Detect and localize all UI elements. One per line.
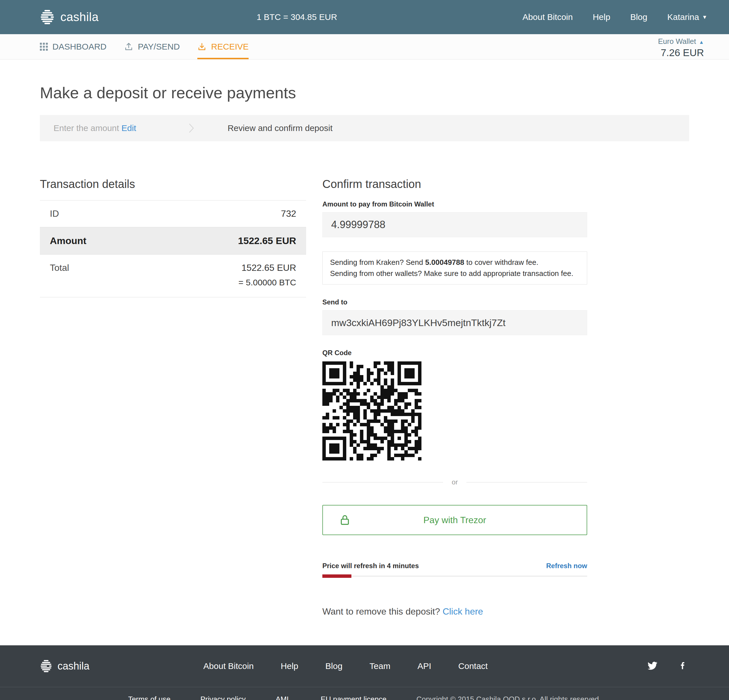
main-nav: DASHBOARD PAY/SEND RECEIVE Euro Wallet▲ … (0, 34, 729, 60)
transaction-details-title: Transaction details (40, 178, 306, 190)
bitcoin-address: mw3cxkiAH69Pj83YLKHv5mejtnTktkj7Zt (331, 317, 505, 328)
send-to-label: Send to (322, 298, 587, 306)
remove-deposit-row: Want to remove this deposit? Click here (322, 606, 587, 617)
transaction-details-table: ID 732 Amount 1522.65 EUR Total 1522.65 … (40, 200, 306, 297)
footer-nav-help[interactable]: Help (281, 661, 298, 671)
refresh-now-link[interactable]: Refresh now (546, 562, 587, 570)
progress-fill (322, 574, 351, 578)
nav-about-bitcoin[interactable]: About Bitcoin (523, 12, 573, 22)
footer-brand-logo[interactable]: cashila (40, 659, 89, 672)
user-menu[interactable]: Katarina ▾ (667, 12, 706, 22)
remove-deposit-text: Want to remove this deposit? (322, 606, 440, 617)
download-icon (197, 42, 206, 51)
footer-nav-api[interactable]: API (417, 661, 431, 671)
table-row-id: ID 732 (40, 200, 306, 227)
footer-nav-about-bitcoin[interactable]: About Bitcoin (203, 661, 254, 671)
cashila-logo-icon (40, 9, 55, 25)
cashila-logo-icon (40, 659, 52, 672)
facebook-icon[interactable] (678, 661, 688, 671)
tab-dashboard[interactable]: DASHBOARD (40, 34, 106, 59)
tab-pay-send[interactable]: PAY/SEND (124, 34, 180, 59)
tab-dashboard-label: DASHBOARD (52, 42, 106, 52)
caret-down-icon: ▾ (703, 13, 706, 21)
or-divider: or (322, 478, 587, 486)
edit-step-link[interactable]: Edit (122, 123, 137, 133)
tab-pay-send-label: PAY/SEND (138, 42, 180, 52)
footer-nav: About Bitcoin Help Blog Team API Contact (203, 661, 488, 671)
qr-code (322, 362, 421, 460)
footer-brand-name: cashila (58, 660, 89, 672)
footer-nav-contact[interactable]: Contact (458, 661, 488, 671)
tab-receive[interactable]: RECEIVE (197, 34, 248, 59)
chevron-right-icon (189, 123, 194, 133)
triangle-up-icon: ▲ (699, 39, 704, 45)
user-name: Katarina (667, 12, 699, 22)
amount-value: 4.99999788 (331, 219, 385, 231)
top-nav: About Bitcoin Help Blog Katarina ▾ (523, 12, 706, 22)
refresh-row: Price will refresh in 4 minutes Refresh … (322, 562, 587, 570)
grid-icon (40, 43, 48, 51)
twitter-icon[interactable] (647, 661, 658, 672)
step1-label: Enter the amount (54, 123, 119, 133)
progress-track (322, 576, 587, 577)
brand-logo[interactable]: cashila (40, 9, 99, 25)
step-review-confirm: Review and confirm deposit (228, 123, 333, 133)
wallet-summary[interactable]: Euro Wallet▲ 7.26 EUR (658, 34, 704, 59)
footer-nav-team[interactable]: Team (370, 661, 391, 671)
address-field[interactable]: mw3cxkiAH69Pj83YLKHv5mejtnTktkj7Zt (322, 310, 587, 335)
nav-blog[interactable]: Blog (630, 12, 647, 22)
upload-icon (124, 42, 133, 51)
nav-tabs: DASHBOARD PAY/SEND RECEIVE (40, 34, 266, 59)
amount-field[interactable]: 4.99999788 (322, 212, 587, 237)
transaction-details-panel: Transaction details ID 732 Amount 1522.6… (40, 178, 306, 645)
btc-rate: 1 BTC = 304.85 EUR (257, 12, 337, 22)
wallet-balance: 7.26 EUR (658, 47, 704, 58)
confirm-transaction-title: Confirm transaction (322, 178, 587, 190)
legal-privacy-link[interactable]: Privacy policy (200, 695, 246, 700)
footer-legal: Terms of use Privacy policy AML EU payme… (0, 687, 729, 700)
remove-deposit-link[interactable]: Click here (443, 606, 483, 617)
qr-code-label: QR Code (322, 349, 587, 357)
nav-help[interactable]: Help (592, 12, 610, 22)
main-content: Make a deposit or receive payments Enter… (0, 83, 729, 645)
top-header: cashila 1 BTC = 304.85 EUR About Bitcoin… (0, 0, 729, 34)
page-footer: cashila About Bitcoin Help Blog Team API… (0, 645, 729, 700)
legal-terms-link[interactable]: Terms of use (128, 695, 171, 700)
refresh-progress-bar (322, 574, 587, 578)
legal-eu-licence-link[interactable]: EU payment licence (321, 695, 386, 700)
copyright-text: Copyright © 2015 Cashila OOD s.r.o. All … (416, 695, 601, 700)
legal-aml-link[interactable]: AML (276, 695, 291, 700)
refresh-countdown-text: Price will refresh in 4 minutes (322, 562, 419, 570)
stepper: Enter the amount Edit Review and confirm… (40, 115, 689, 141)
fee-notice-line1: Sending from Kraken? Send 5.00049788 to … (330, 257, 579, 268)
trezor-button-label: Pay with Trezor (423, 515, 486, 526)
pay-with-trezor-button[interactable]: Pay with Trezor (322, 505, 587, 535)
table-row-amount: Amount 1522.65 EUR (40, 227, 306, 255)
fee-notice: Sending from Kraken? Send 5.00049788 to … (322, 251, 587, 285)
page-title: Make a deposit or receive payments (40, 83, 689, 102)
step-enter-amount: Enter the amount Edit (54, 123, 136, 133)
table-row-total: Total 1522.65 EUR = 5.00000 BTC (40, 255, 306, 297)
amount-to-pay-label: Amount to pay from Bitcoin Wallet (322, 200, 587, 208)
confirm-transaction-panel: Confirm transaction Amount to pay from B… (322, 178, 587, 645)
tab-receive-label: RECEIVE (211, 42, 248, 52)
wallet-label: Euro Wallet▲ (658, 37, 704, 46)
or-text: or (452, 478, 457, 486)
fee-notice-line2: Sending from other wallets? Make sure to… (330, 268, 579, 279)
footer-social (647, 661, 688, 672)
footer-nav-blog[interactable]: Blog (325, 661, 343, 671)
lock-icon (338, 513, 351, 527)
brand-name: cashila (60, 10, 99, 24)
